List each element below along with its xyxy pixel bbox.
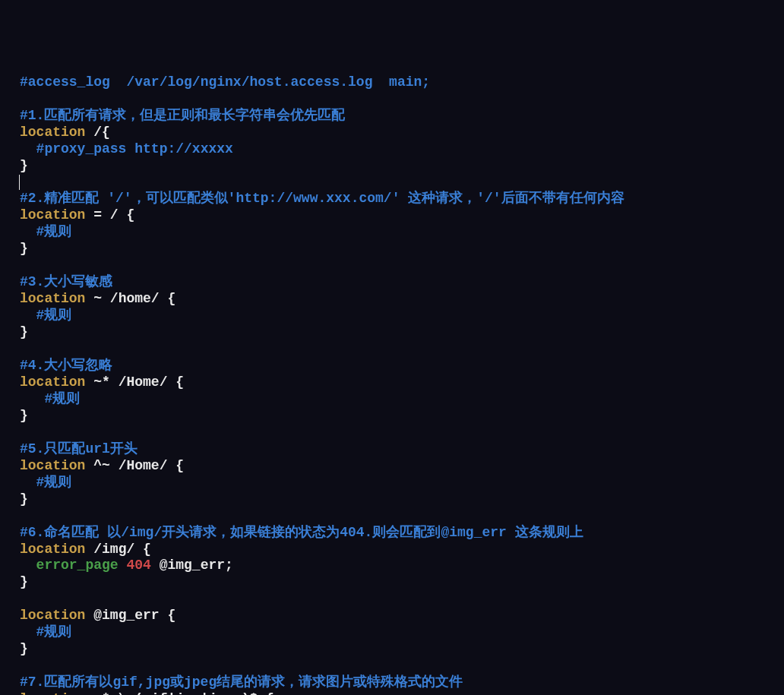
location-1-args: /{	[85, 125, 109, 140]
location-keyword: location	[20, 608, 85, 623]
comment-rule-3: #3.大小写敏感	[20, 274, 112, 289]
comment-rule-2: #2.精准匹配 '/'，可以匹配类似'http://www.xxx.com/' …	[20, 191, 624, 206]
comment-rule-1: #1.匹配所有请求，但是正则和最长字符串会优先匹配	[20, 108, 345, 123]
close-brace: }	[20, 491, 28, 507]
location-keyword: location	[20, 125, 85, 140]
comment-access-log: #access_log /var/log/nginx/host.access.l…	[20, 74, 430, 90]
location-keyword: location	[20, 691, 85, 695]
comment-rule-6: #6.命名匹配 以/img/开头请求，如果链接的状态为404.则会匹配到@img…	[20, 525, 583, 540]
location-4-args: ~* /Home/ {	[85, 374, 184, 390]
rule-comment: #规则	[20, 224, 71, 239]
close-brace: }	[20, 641, 28, 656]
location-3-args: ~ /home/ {	[85, 291, 175, 306]
rule-comment: #规则	[20, 624, 71, 640]
close-brace: }	[20, 574, 28, 589]
location-7-args: ~* \.(gif|jpg|jpeg)$ {	[85, 691, 273, 695]
error-code-404: 404	[126, 558, 150, 573]
close-brace: }	[20, 408, 28, 423]
indent	[20, 558, 36, 573]
rule-comment: #规则	[20, 391, 80, 406]
code-editor[interactable]: #access_log /var/log/nginx/host.access.l…	[20, 74, 764, 695]
location-2-args: = / {	[85, 207, 134, 223]
location-keyword: location	[20, 542, 85, 557]
close-brace: }	[20, 324, 28, 340]
rule-comment: #规则	[20, 475, 71, 490]
error-target: @img_err;	[151, 558, 233, 573]
location-keyword: location	[20, 458, 85, 473]
comment-rule-7: #7.匹配所有以gif,jpg或jpeg结尾的请求，请求图片或特殊格式的文件	[20, 674, 463, 690]
location-keyword: location	[20, 374, 85, 390]
error-page-directive: error_page	[36, 558, 119, 573]
location-keyword: location	[20, 207, 85, 223]
location-6-args: /img/ {	[85, 542, 150, 557]
location-5-args: ^~ /Home/ {	[85, 458, 184, 473]
location-6b-args: @img_err {	[85, 608, 175, 623]
close-brace: }	[20, 241, 28, 256]
comment-rule-5: #5.只匹配url开头	[20, 441, 138, 456]
proxy-pass-comment: #proxy_pass http://xxxxx	[20, 141, 233, 156]
location-keyword: location	[20, 291, 85, 306]
space	[119, 558, 127, 573]
close-brace: }	[20, 158, 28, 173]
comment-rule-4: #4.大小写忽略	[20, 358, 112, 373]
cursor-icon	[19, 175, 20, 190]
rule-comment: #规则	[20, 308, 71, 323]
